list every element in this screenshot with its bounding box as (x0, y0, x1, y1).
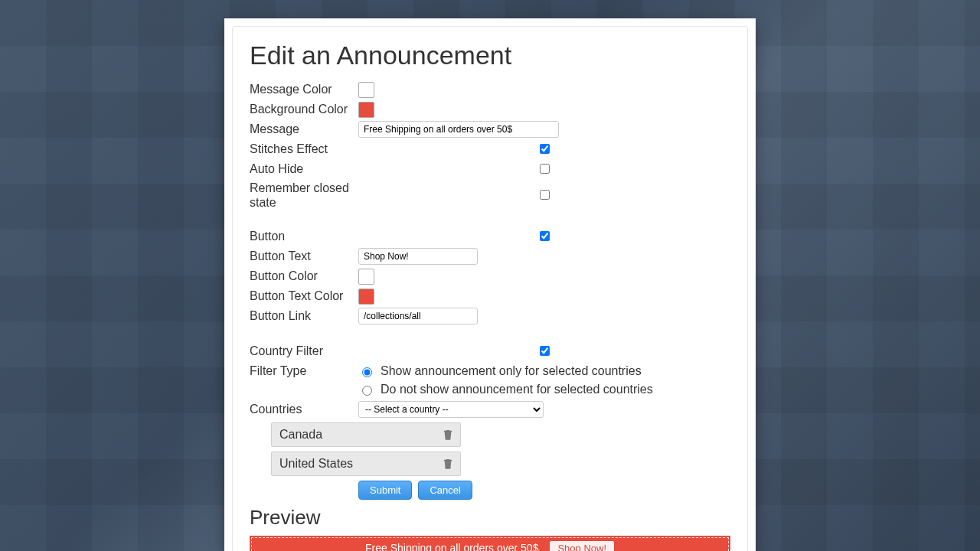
row-stitches: Stitches Effect (250, 141, 730, 158)
app-page: Edit an Announcement Message Color Backg… (224, 18, 756, 551)
button-enabled-checkbox[interactable] (361, 231, 728, 241)
message-color-swatch[interactable] (358, 82, 374, 98)
filter-type-hide-radio[interactable] (362, 386, 372, 396)
filter-type-hide-row: Do not show announcement for selected co… (358, 381, 730, 398)
button-color-swatch[interactable] (358, 269, 374, 285)
row-filter-type: Filter Type Show announcement only for s… (250, 363, 730, 398)
stitches-checkbox[interactable] (361, 144, 728, 154)
country-item-name: Canada (279, 428, 322, 442)
label-button-color: Button Color (250, 268, 358, 285)
label-autohide: Auto Hide (250, 161, 358, 178)
country-list: CanadaUnited States (271, 422, 461, 476)
filter-type-show-row: Show announcement only for selected coun… (358, 363, 730, 380)
label-button-text: Button Text (250, 248, 358, 265)
button-link-input[interactable] (358, 308, 478, 324)
label-filter-type: Filter Type (250, 363, 358, 380)
button-text-input[interactable] (358, 248, 478, 265)
country-filter-checkbox[interactable] (361, 346, 728, 356)
row-countries: Countries -- Select a country -- (250, 401, 730, 418)
autohide-checkbox[interactable] (361, 164, 728, 174)
submit-button[interactable]: Submit (358, 481, 412, 500)
country-item-name: United States (279, 457, 353, 471)
preview-title: Preview (250, 506, 730, 530)
row-button: Button (250, 228, 730, 245)
filter-type-hide-label: Do not show announcement for selected co… (381, 381, 653, 398)
label-country-filter: Country Filter (250, 343, 358, 360)
preview-message: Free Shipping on all orders over 50$ (365, 542, 538, 551)
country-item: Canada (271, 422, 461, 447)
message-input[interactable] (358, 121, 559, 138)
row-country-filter: Country Filter (250, 343, 730, 360)
row-button-link: Button Link (250, 308, 730, 324)
label-button-textcolor: Button Text Color (250, 288, 358, 305)
trash-icon[interactable] (443, 458, 452, 469)
action-buttons: Submit Cancel (250, 481, 730, 500)
row-button-text: Button Text (250, 248, 730, 265)
country-select[interactable]: -- Select a country -- (358, 401, 544, 418)
label-message: Message (250, 121, 358, 138)
country-item: United States (271, 452, 461, 476)
label-countries: Countries (250, 401, 358, 418)
label-button-link: Button Link (250, 308, 358, 324)
row-button-textcolor: Button Text Color (250, 288, 730, 305)
trash-icon[interactable] (443, 429, 452, 440)
row-background-color: Background Color (250, 101, 730, 118)
filter-type-show-label: Show announcement only for selected coun… (381, 363, 642, 380)
row-remember: Remember closed state (250, 181, 730, 210)
edit-panel: Edit an Announcement Message Color Backg… (232, 26, 748, 551)
cancel-button[interactable]: Cancel (418, 481, 472, 500)
row-message: Message (250, 121, 730, 138)
preview-announcement-bar: Free Shipping on all orders over 50$ Sho… (250, 536, 730, 551)
row-button-color: Button Color (250, 268, 730, 285)
label-message-color: Message Color (250, 81, 358, 98)
background-color-swatch[interactable] (358, 102, 374, 118)
remember-checkbox[interactable] (361, 190, 728, 200)
label-stitches: Stitches Effect (250, 141, 358, 158)
row-message-color: Message Color (250, 81, 730, 98)
label-background-color: Background Color (250, 101, 358, 118)
label-remember: Remember closed state (250, 181, 358, 210)
button-textcolor-swatch[interactable] (358, 289, 374, 305)
page-title: Edit an Announcement (250, 41, 730, 70)
filter-type-show-radio[interactable] (362, 367, 372, 377)
preview-shop-now-button[interactable]: Shop Now! (549, 540, 615, 552)
row-autohide: Auto Hide (250, 161, 730, 178)
label-button: Button (250, 228, 358, 245)
